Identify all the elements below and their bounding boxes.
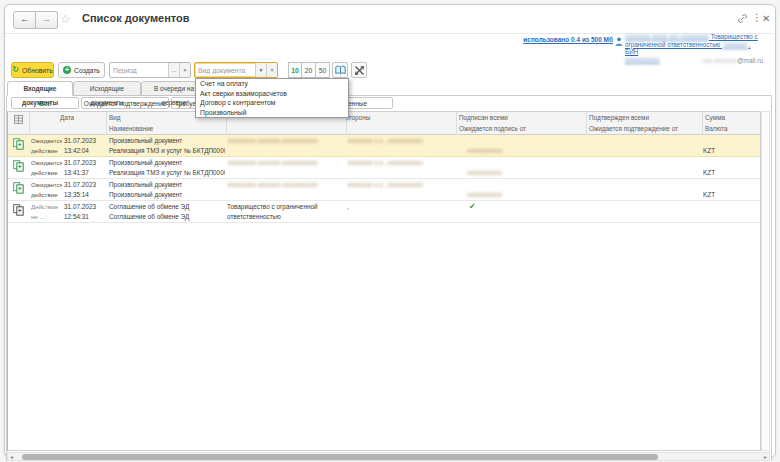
table-row[interactable]: Ожидаетсядействие 31.07.202313:42:04 Про…: [8, 135, 760, 157]
doctype-field-group: ▼ ×: [194, 62, 278, 78]
menu-dots-icon[interactable]: ⋮: [752, 12, 762, 24]
column-parties-header[interactable]: Стороны: [347, 112, 457, 135]
exchange-settings-button[interactable]: [351, 62, 367, 78]
table-row[interactable]: Действиене ... 31.07.202312:54:31 Соглаш…: [8, 201, 760, 223]
app-window: ← → ☆ Список документов ⋮ ✕ использовано…: [4, 4, 776, 458]
close-icon[interactable]: ✕: [762, 13, 770, 25]
document-exchange-icon: [13, 204, 29, 224]
period-clear-button[interactable]: ×: [179, 63, 190, 77]
table-header: Дата ВидНаименование Стороны Подписан вс…: [8, 112, 760, 135]
doctype-input[interactable]: [195, 63, 255, 77]
vertical-scrollbar[interactable]: [761, 111, 770, 451]
period-input[interactable]: [110, 63, 168, 77]
exchange-arrows-icon: [354, 65, 365, 76]
forward-button[interactable]: →: [36, 11, 58, 29]
column-icon-header[interactable]: [8, 112, 30, 135]
dropdown-item-invoice[interactable]: Счет на оплату: [196, 79, 348, 89]
page-size-10[interactable]: 10: [288, 62, 302, 78]
signed-check-icon: ✔: [469, 202, 585, 212]
column-confirmed-header[interactable]: Подтвержден всемиОжидается подтверждение…: [587, 112, 703, 135]
document-exchange-icon: [13, 160, 29, 180]
documents-table: Дата ВидНаименование Стороны Подписан вс…: [7, 111, 761, 451]
user-icon: [615, 37, 623, 46]
open-book-icon: [335, 65, 346, 75]
document-exchange-icon: [13, 182, 29, 202]
column-date-header[interactable]: Дата: [30, 112, 107, 135]
page-title: Список документов: [82, 12, 190, 24]
refresh-button[interactable]: ↻ Обновить: [11, 62, 54, 78]
page-size-20[interactable]: 20: [302, 62, 316, 78]
create-label: Создать: [74, 63, 100, 78]
scroll-right-icon[interactable]: ▸: [764, 453, 767, 461]
storage-quota-link[interactable]: использовано 0.4 из 500 Мб: [517, 36, 613, 43]
dropdown-item-arbitrary[interactable]: Произвольный: [196, 108, 348, 118]
table-row[interactable]: Ожидаетсядействие 31.07.202313:41:37 Про…: [8, 157, 760, 179]
favorite-star-icon[interactable]: ☆: [60, 13, 71, 25]
create-button[interactable]: + Создать: [58, 62, 105, 78]
dropdown-item-contract[interactable]: Договор с контрагентом: [196, 98, 348, 108]
plus-icon: +: [63, 66, 71, 74]
period-choose-button[interactable]: ...: [168, 63, 179, 77]
horizontal-scrollbar[interactable]: ◂ ▸: [7, 452, 770, 461]
refresh-label: Обновить: [22, 63, 53, 78]
dropdown-item-reconciliation[interactable]: Акт сверки взаиморасчетов: [196, 89, 348, 99]
back-button[interactable]: ←: [13, 11, 36, 29]
column-signed-header[interactable]: Подписан всемиОжидается подпись от: [457, 112, 587, 135]
user-email: xxx.xxxxxxx@mail.ru: [620, 57, 763, 64]
org-line-1: xxxxxxxx xxxxx xxx xxxxxxxxx Товариществ…: [625, 33, 763, 41]
page-size-50[interactable]: 50: [316, 62, 330, 78]
column-sum-header[interactable]: СуммаВалюта: [703, 112, 760, 135]
filter-partial-label: енные: [348, 100, 367, 107]
tab-outgoing[interactable]: Исходящие документы: [73, 81, 141, 96]
doctype-open-button[interactable]: ▼: [255, 63, 266, 77]
grid-icon: [14, 115, 23, 124]
doctype-dropdown: Счет на оплату Акт сверки взаиморасчетов…: [195, 78, 349, 118]
page-size-group: 10 20 50: [288, 62, 330, 78]
doctype-clear-button[interactable]: ×: [266, 63, 277, 77]
scroll-left-icon[interactable]: ◂: [10, 453, 13, 461]
org-line-2: ограниченной ответственностью "xxxxxxx",…: [625, 41, 763, 56]
document-exchange-icon: [13, 138, 29, 158]
get-link-icon[interactable]: [737, 13, 748, 24]
history-nav: ← →: [13, 11, 58, 29]
reading-view-button[interactable]: [332, 62, 348, 78]
horizontal-scrollbar-thumb[interactable]: [22, 454, 658, 460]
refresh-icon: ↻: [12, 66, 19, 74]
table-row[interactable]: Ожидаетсядействие 31.07.202313:35:14 Про…: [8, 179, 760, 201]
period-field-group: ... ×: [109, 62, 191, 78]
tab-incoming[interactable]: Входящие документы: [7, 81, 73, 96]
